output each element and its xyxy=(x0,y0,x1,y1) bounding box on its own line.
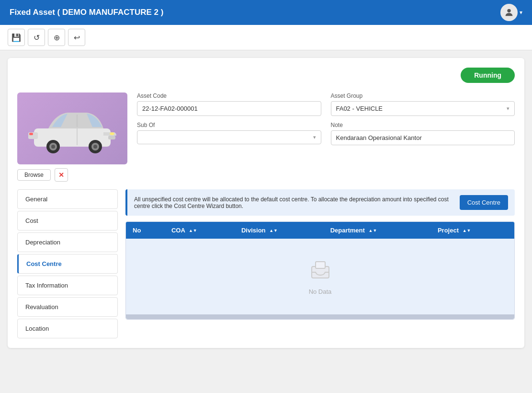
no-data-cell: No Data xyxy=(126,239,514,314)
asset-group-value: FA02 - VEHICLE xyxy=(336,105,383,112)
asset-group-select[interactable]: FA02 - VEHICLE ▾ xyxy=(331,101,515,116)
cost-centre-wizard-button[interactable]: Cost Centre xyxy=(460,195,508,210)
sub-of-caret: ▾ xyxy=(313,134,316,140)
notice-bar: All unspecified cost centre will be allo… xyxy=(125,189,515,216)
sub-of-field: Sub Of ▾ xyxy=(137,122,321,145)
page-title: Fixed Asset ( DEMO MANUFACTURE 2 ) xyxy=(10,8,163,17)
asset-group-caret: ▾ xyxy=(507,105,509,112)
col-department-label: Department xyxy=(330,227,365,234)
table-scrollbar[interactable] xyxy=(126,314,514,319)
image-actions: Browse ✕ xyxy=(17,168,127,182)
sub-of-label: Sub Of xyxy=(137,122,321,128)
col-coa-label: COA xyxy=(171,227,185,234)
sidebar-item-cost[interactable]: Cost xyxy=(17,211,118,231)
col-department[interactable]: Department ▲▼ xyxy=(324,222,431,239)
refresh-button[interactable]: ↺ xyxy=(28,29,45,46)
note-field: Note xyxy=(331,122,515,145)
note-label: Note xyxy=(331,122,515,128)
main-container: Running xyxy=(0,50,532,356)
svg-point-0 xyxy=(507,9,510,12)
back-button[interactable]: ↩ xyxy=(68,29,85,46)
toolbar: 💾 ↺ ⊕ ↩ xyxy=(0,25,532,50)
asset-image-area: Browse ✕ xyxy=(17,92,127,182)
col-no-label: No xyxy=(133,227,141,234)
asset-card: Running xyxy=(8,58,524,348)
sidebar-item-revaluation[interactable]: Revaluation xyxy=(17,297,118,317)
sidebar-item-general[interactable]: General xyxy=(17,189,118,209)
col-coa[interactable]: COA ▲▼ xyxy=(165,222,235,239)
asset-fields: Asset Code Asset Group FA02 - VEHICLE ▾ … xyxy=(137,92,515,182)
sidebar-item-depreciation[interactable]: Depreciation xyxy=(17,232,118,252)
svg-rect-2 xyxy=(108,136,115,139)
user-avatar xyxy=(500,4,518,21)
no-data-icon xyxy=(145,258,495,285)
cost-centre-table-wrapper: No COA ▲▼ Division ▲▼ xyxy=(125,221,515,320)
sidebar-item-tax-information[interactable]: Tax Information xyxy=(17,276,118,295)
asset-top-section: Browse ✕ Asset Code Asset Group xyxy=(17,92,515,182)
remove-image-button[interactable]: ✕ xyxy=(55,168,68,182)
col-project-sort: ▲▼ xyxy=(463,229,471,233)
col-project-label: Project xyxy=(438,227,459,234)
add-button[interactable]: ⊕ xyxy=(48,29,65,46)
asset-code-input[interactable] xyxy=(137,101,321,116)
asset-code-field: Asset Code xyxy=(137,92,321,116)
cost-centre-table: No COA ▲▼ Division ▲▼ xyxy=(126,222,514,314)
asset-group-label: Asset Group xyxy=(331,92,515,99)
lower-section: General Cost Depreciation Cost Centre Ta… xyxy=(17,189,515,338)
status-row: Running xyxy=(17,68,515,89)
cost-centre-content: All unspecified cost centre will be allo… xyxy=(125,189,515,338)
car-illustration xyxy=(24,102,120,155)
table-header-row: No COA ▲▼ Division ▲▼ xyxy=(126,222,514,239)
col-no: No xyxy=(126,222,165,239)
user-menu[interactable]: ▾ xyxy=(500,4,522,21)
status-badge: Running xyxy=(461,68,515,83)
app-header: Fixed Asset ( DEMO MANUFACTURE 2 ) ▾ xyxy=(0,0,532,25)
svg-point-6 xyxy=(51,145,55,149)
svg-point-10 xyxy=(110,132,114,135)
asset-group-field: Asset Group FA02 - VEHICLE ▾ xyxy=(331,92,515,116)
col-department-sort: ▲▼ xyxy=(369,229,377,233)
browse-button[interactable]: Browse xyxy=(17,169,51,181)
asset-code-label: Asset Code xyxy=(137,92,321,99)
asset-image xyxy=(17,92,127,164)
svg-rect-11 xyxy=(29,133,33,135)
fields-grid: Asset Code Asset Group FA02 - VEHICLE ▾ … xyxy=(137,92,515,145)
user-dropdown-caret: ▾ xyxy=(520,9,522,16)
col-division-sort: ▲▼ xyxy=(269,229,278,233)
table-header: No COA ▲▼ Division ▲▼ xyxy=(126,222,514,239)
col-division[interactable]: Division ▲▼ xyxy=(235,222,324,239)
sidebar-item-location[interactable]: Location xyxy=(17,319,118,338)
sub-of-select[interactable]: ▾ xyxy=(137,130,321,144)
no-data-text: No Data xyxy=(145,288,495,295)
svg-rect-15 xyxy=(316,262,325,268)
col-division-label: Division xyxy=(241,227,266,234)
sidebar-item-cost-centre[interactable]: Cost Centre xyxy=(17,254,118,274)
table-body: No Data xyxy=(126,239,514,314)
svg-point-9 xyxy=(93,145,97,149)
sidebar-nav: General Cost Depreciation Cost Centre Ta… xyxy=(17,189,118,338)
notice-text: All unspecified cost centre will be allo… xyxy=(134,196,454,209)
save-button[interactable]: 💾 xyxy=(8,29,25,46)
no-data-row: No Data xyxy=(126,239,514,314)
note-input[interactable] xyxy=(331,130,515,145)
col-project[interactable]: Project ▲▼ xyxy=(431,222,514,239)
col-coa-sort: ▲▼ xyxy=(189,229,197,233)
